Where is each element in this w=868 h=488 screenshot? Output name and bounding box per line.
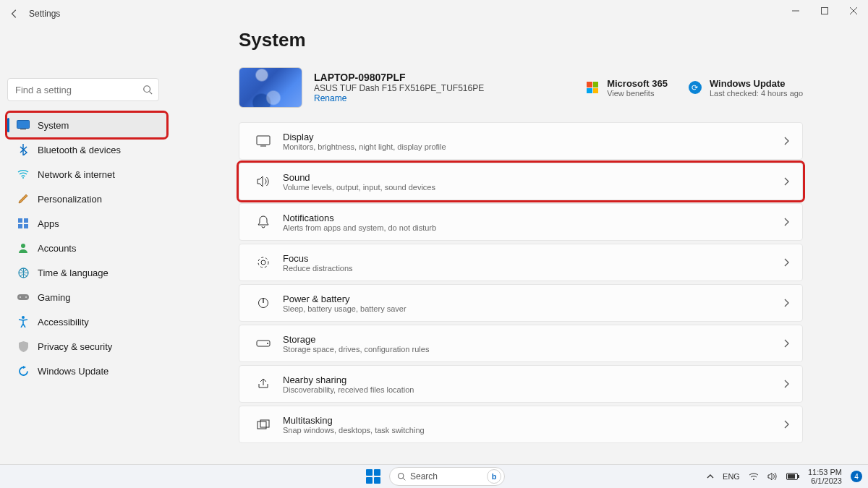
- settings-search[interactable]: [7, 78, 159, 101]
- sidebar-item-label: Network & internet: [38, 169, 115, 180]
- bluetooth-icon: [14, 144, 32, 155]
- sidebar-item-network[interactable]: Network & internet: [7, 162, 166, 187]
- sidebar-item-label: Personalization: [38, 194, 102, 205]
- card-title: Storage: [283, 334, 429, 345]
- svg-point-13: [21, 244, 25, 248]
- device-name: LAPTOP-09807PLF: [314, 72, 484, 83]
- card-display[interactable]: DisplayMonitors, brightness, night light…: [239, 122, 803, 160]
- svg-rect-9: [18, 218, 22, 223]
- card-sub: Discoverability, received files location: [283, 385, 414, 394]
- sidebar-item-update[interactable]: Windows Update: [7, 359, 166, 383]
- back-button[interactable]: [0, 9, 29, 19]
- sidebar-item-apps[interactable]: Apps: [7, 211, 166, 236]
- card-sub: Alerts from apps and system, do not dist…: [283, 223, 436, 232]
- bing-icon: b: [487, 469, 501, 484]
- power-icon: [252, 297, 274, 309]
- person-icon: [14, 243, 32, 253]
- close-button[interactable]: [839, 0, 868, 22]
- tray-date: 6/1/2023: [808, 476, 842, 485]
- card-storage[interactable]: StorageStorage space, drives, configurat…: [239, 325, 803, 362]
- sidebar-item-bluetooth[interactable]: Bluetooth & devices: [7, 137, 166, 162]
- card-nearby[interactable]: Nearby sharingDiscoverability, received …: [239, 365, 803, 403]
- card-focus[interactable]: FocusReduce distractions: [239, 244, 803, 281]
- page-title: System: [239, 29, 803, 51]
- globe-clock-icon: [14, 267, 32, 278]
- sidebar-item-personalization[interactable]: Personalization: [7, 187, 166, 211]
- start-button[interactable]: [363, 466, 383, 487]
- m365-title: Microsoft 365: [607, 78, 668, 89]
- sidebar-item-system[interactable]: System: [7, 113, 166, 137]
- svg-rect-7: [20, 129, 26, 130]
- search-icon: [142, 85, 153, 95]
- shield-icon: [14, 341, 32, 352]
- tray-chevron-icon[interactable]: [707, 474, 714, 479]
- sidebar-item-accessibility[interactable]: Accessibility: [7, 309, 166, 334]
- sidebar-item-label: System: [38, 120, 69, 131]
- system-tray: ENG 11:53 PM 6/1/2023 4: [707, 468, 862, 485]
- tray-battery-icon[interactable]: [786, 473, 799, 480]
- card-sub: Storage space, drives, configuration rul…: [283, 345, 429, 354]
- window-title: Settings: [29, 9, 60, 19]
- microsoft-365-link[interactable]: Microsoft 365 View benefits: [585, 78, 668, 98]
- svg-rect-12: [24, 224, 28, 228]
- tray-notifications-badge[interactable]: 4: [851, 471, 862, 482]
- tray-time: 11:53 PM: [808, 468, 842, 476]
- sidebar-item-label: Accounts: [38, 243, 76, 254]
- sidebar-item-time[interactable]: Time & language: [7, 260, 166, 285]
- maximize-button[interactable]: [810, 0, 839, 22]
- accessibility-icon: [14, 316, 32, 328]
- sidebar-item-privacy[interactable]: Privacy & security: [7, 334, 166, 359]
- svg-point-21: [261, 260, 265, 265]
- card-power[interactable]: Power & batterySleep, battery usage, bat…: [239, 284, 803, 322]
- device-thumbnail: [239, 67, 302, 108]
- rename-link[interactable]: Rename: [314, 93, 484, 103]
- chevron-right-icon: [783, 380, 789, 388]
- user-block: [7, 35, 166, 78]
- update-icon: [14, 366, 32, 377]
- card-notifications[interactable]: NotificationsAlerts from apps and system…: [239, 203, 803, 241]
- taskbar-center: Search b: [363, 466, 505, 487]
- svg-point-31: [753, 479, 754, 480]
- settings-cards: DisplayMonitors, brightness, night light…: [239, 122, 803, 443]
- card-sub: Monitors, brightness, night light, displ…: [283, 142, 446, 151]
- sidebar-item-accounts[interactable]: Accounts: [7, 236, 166, 260]
- taskbar-search-label: Search: [410, 471, 438, 481]
- card-title: Power & battery: [283, 294, 407, 304]
- storage-icon: [252, 340, 274, 347]
- chevron-right-icon: [783, 218, 789, 226]
- card-sound[interactable]: SoundVolume levels, output, input, sound…: [239, 163, 803, 200]
- multitask-icon: [252, 419, 274, 429]
- sidebar-item-gaming[interactable]: Gaming: [7, 285, 166, 309]
- taskbar-search[interactable]: Search b: [389, 467, 505, 486]
- card-multitasking[interactable]: MultitaskingSnap windows, desktops, task…: [239, 406, 803, 443]
- chevron-right-icon: [783, 339, 789, 348]
- maximize-icon: [821, 7, 828, 14]
- svg-line-5: [150, 92, 153, 95]
- search-input[interactable]: [15, 85, 137, 95]
- card-title: Focus: [283, 253, 353, 264]
- tray-language[interactable]: ENG: [723, 472, 740, 481]
- apps-icon: [14, 218, 32, 228]
- svg-point-16: [20, 296, 21, 298]
- card-title: Nearby sharing: [283, 374, 414, 385]
- tray-wifi-icon[interactable]: [749, 473, 759, 481]
- sidebar-item-label: Gaming: [38, 292, 71, 303]
- device-info: LAPTOP-09807PLF ASUS TUF Dash F15 FX516P…: [314, 72, 484, 103]
- display-icon: [252, 135, 274, 147]
- minimize-icon: [792, 7, 799, 14]
- windows-update-link[interactable]: ⟳ Windows Update Last checked: 4 hours a…: [688, 78, 803, 98]
- m365-sub: View benefits: [607, 89, 668, 98]
- sidebar-nav: System Bluetooth & devices Network & int…: [7, 113, 166, 383]
- chevron-right-icon: [783, 299, 789, 307]
- minimize-button[interactable]: [781, 0, 810, 22]
- sidebar-item-label: Privacy & security: [38, 341, 112, 352]
- tray-volume-icon[interactable]: [767, 472, 778, 481]
- svg-point-8: [22, 177, 24, 179]
- svg-rect-19: [257, 136, 270, 145]
- chevron-right-icon: [783, 420, 789, 429]
- chevron-right-icon: [783, 258, 789, 267]
- microsoft-365-icon: [585, 80, 600, 95]
- taskbar: Search b ENG 11:53 PM 6/1/2023 4: [0, 464, 868, 488]
- windows-update-icon: ⟳: [688, 80, 702, 95]
- tray-clock[interactable]: 11:53 PM 6/1/2023: [808, 468, 842, 485]
